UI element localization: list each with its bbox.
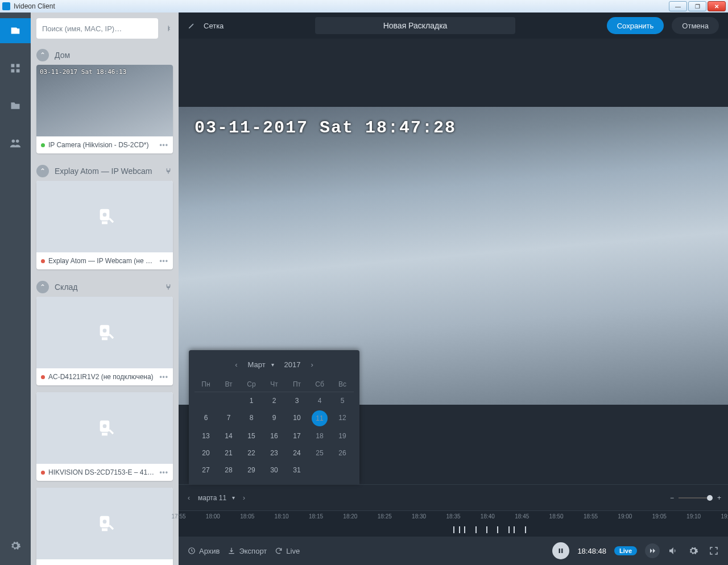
camera-menu-button[interactable]: ••• — [159, 468, 168, 476]
calendar-day[interactable]: 22 — [240, 444, 263, 462]
main-area: Сетка Новая Раскладка Сохранить Отмена 0… — [179, 13, 728, 565]
camera-menu-button[interactable]: ••• — [159, 257, 168, 265]
timeline-tick: 18:10 — [275, 513, 289, 520]
calendar-day[interactable]: 7 — [217, 409, 240, 427]
timeline-event-mark — [525, 526, 526, 533]
camera-card[interactable]: AC-D4121IR1V2 (не подключена)••• — [36, 297, 173, 385]
camera-menu-button[interactable]: ••• — [159, 141, 168, 149]
zoom-out-button[interactable]: − — [670, 494, 674, 502]
export-button[interactable]: Экспорт — [228, 547, 267, 555]
nav-settings[interactable] — [0, 533, 31, 558]
window-close-button[interactable]: ✕ — [708, 1, 726, 11]
calendar-day[interactable]: 25 — [308, 444, 331, 462]
calendar-day[interactable]: 26 — [331, 444, 354, 462]
status-dot — [41, 375, 45, 379]
timeline-next-button[interactable]: › — [241, 494, 247, 502]
calendar-day[interactable]: 14 — [217, 427, 240, 444]
chevron-down-icon: ▾ — [271, 362, 274, 368]
window-maximize-button[interactable]: ❐ — [688, 1, 706, 11]
volume-button[interactable] — [668, 546, 678, 556]
timeline-prev-button[interactable]: ‹ — [185, 494, 192, 502]
calendar-day[interactable]: 2 — [263, 392, 286, 409]
calendar-day[interactable]: 19 — [331, 427, 354, 444]
camera-card[interactable]: Explay Atom — IP Webcam (не по…••• — [36, 181, 173, 269]
calendar-day[interactable]: 27 — [195, 462, 217, 479]
nav-files[interactable] — [0, 93, 31, 118]
calendar-day[interactable]: 21 — [217, 444, 240, 462]
calendar-day[interactable]: 23 — [263, 444, 286, 462]
calendar-year[interactable]: 2017 — [284, 360, 301, 369]
calendar-day[interactable]: 12 — [331, 409, 354, 427]
sidebar-collapse-button[interactable] — [162, 18, 174, 39]
calendar-day[interactable]: 1 — [240, 392, 263, 409]
camera-group-header[interactable]: ⌃Explay Atom — IP Webcam — [31, 160, 179, 181]
calendar-day[interactable]: 20 — [195, 444, 217, 462]
calendar-day[interactable]: 6 — [195, 409, 217, 427]
archive-button[interactable]: Архив — [188, 547, 220, 555]
calendar-day[interactable]: 31 — [286, 462, 308, 479]
calendar-day[interactable]: 24 — [286, 444, 308, 462]
calendar-day[interactable]: 29 — [240, 462, 263, 479]
step-forward-button[interactable] — [645, 543, 660, 558]
nav-users[interactable] — [0, 131, 31, 156]
timeline-event-mark — [497, 526, 498, 533]
calendar-day[interactable]: 4 — [308, 392, 331, 409]
camera-card[interactable]: HIKVISION DS-2CD7153-E – 4111…••• — [36, 392, 173, 481]
fullscreen-button[interactable] — [709, 546, 719, 556]
timeline-tick: 18:05 — [240, 513, 254, 520]
nav-cameras[interactable] — [0, 18, 31, 43]
camera-card[interactable]: 03-11-2017 Sat 18:46:13IP Camera (Hikvis… — [36, 65, 173, 153]
timeline-tick: 18:15 — [309, 513, 323, 520]
search-input[interactable]: Поиск (имя, MAC, IP)… — [36, 18, 158, 39]
calendar-day[interactable]: 13 — [195, 427, 217, 444]
calendar-day[interactable]: 9 — [263, 409, 286, 427]
timeline-tick: 18:00 — [206, 513, 220, 520]
speaker-icon — [668, 546, 678, 556]
camera-menu-button[interactable]: ••• — [159, 373, 168, 381]
fullscreen-icon — [709, 546, 719, 556]
cancel-button[interactable]: Отмена — [672, 17, 719, 34]
collapse-icon — [164, 24, 172, 32]
calendar-day[interactable]: 16 — [263, 427, 286, 444]
chevron-up-icon: ⌃ — [36, 165, 49, 177]
grid-label[interactable]: Сетка — [204, 22, 224, 30]
svg-rect-20 — [561, 549, 563, 553]
nav-layouts[interactable] — [0, 56, 31, 81]
timeline-tick: 18:40 — [481, 513, 495, 520]
calendar-day[interactable]: 3 — [286, 392, 308, 409]
calendar-day[interactable]: 10 — [286, 409, 308, 427]
camera-group-header[interactable]: ⌃Дом — [31, 44, 179, 65]
calendar-prev-button[interactable]: ‹ — [230, 358, 242, 371]
calendar-day[interactable]: 11 — [312, 410, 328, 426]
edit-layout-button[interactable] — [188, 22, 196, 30]
layout-name-input[interactable]: Новая Раскладка — [315, 17, 516, 34]
group-name: Склад — [55, 282, 158, 292]
timeline-date-label[interactable]: марта 11 — [198, 494, 226, 502]
calendar-day[interactable]: 5 — [331, 392, 354, 409]
calendar-day[interactable]: 28 — [217, 462, 240, 479]
camera-group-header[interactable]: ⌃Склад — [31, 276, 179, 297]
calendar-day[interactable]: 8 — [240, 409, 263, 427]
settings-button[interactable] — [688, 546, 698, 556]
calendar-month[interactable]: Март — [247, 360, 265, 369]
play-pause-button[interactable] — [552, 542, 569, 559]
timeline-tick: 18:20 — [343, 513, 357, 520]
calendar-day[interactable]: 30 — [263, 462, 286, 479]
live-mode-button[interactable]: Live — [275, 547, 300, 555]
plug-icon — [164, 282, 173, 292]
calendar-day[interactable]: 15 — [240, 427, 263, 444]
timeline-ticks[interactable]: 17:5518:0018:0518:1018:1518:2018:2518:30… — [179, 510, 728, 537]
save-button[interactable]: Сохранить — [607, 17, 664, 34]
window-minimize-button[interactable]: — — [669, 1, 687, 11]
calendar-day[interactable]: 18 — [308, 427, 331, 444]
calendar-next-button[interactable]: › — [307, 358, 318, 371]
current-time: 18:48:48 — [577, 547, 606, 555]
zoom-slider[interactable] — [679, 497, 713, 498]
video-viewer[interactable]: 03-11-2017 Sat 18:47:28 ‹ Март ▾ 2017 › … — [179, 39, 728, 484]
camera-card[interactable]: ••• — [36, 488, 173, 565]
timeline-tick: 19:10 — [686, 513, 701, 520]
zoom-in-button[interactable]: + — [717, 494, 721, 502]
video-timestamp-overlay: 03-11-2017 Sat 18:47:28 — [195, 118, 456, 138]
calendar-day[interactable]: 17 — [286, 427, 308, 444]
chevron-down-icon[interactable]: ▾ — [232, 495, 235, 501]
